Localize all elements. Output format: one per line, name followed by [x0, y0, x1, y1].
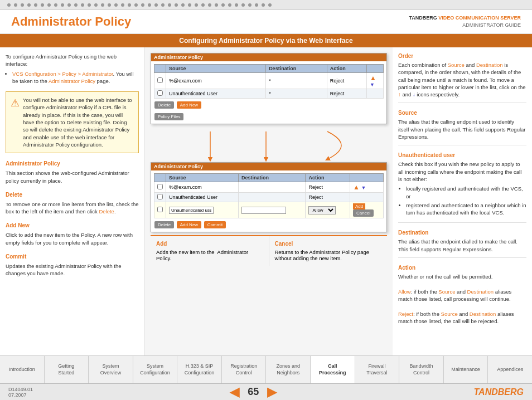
s2r3-checkbox[interactable] [157, 207, 163, 212]
nav-maintenance[interactable]: Maintenance [444, 356, 489, 383]
s2r2-controls [350, 193, 384, 202]
company-name: TANDBERG [409, 15, 437, 21]
action-source-link[interactable]: Source [438, 289, 455, 295]
down-arrow-icon[interactable]: ▼ [370, 82, 375, 87]
nav-h323-sip[interactable]: H.323 & SIPConfiguration [177, 356, 222, 383]
nav-appendices[interactable]: Appendices [488, 356, 532, 383]
nav-system-overview[interactable]: SystemOverview [89, 356, 133, 383]
reject-link[interactable]: Reject [398, 311, 413, 317]
commit-title: Commit [6, 253, 139, 261]
cancel-row-button[interactable]: Cancel [353, 209, 374, 217]
row2-checkbox[interactable] [157, 90, 163, 96]
admin-policy-title: Administrator Policy [6, 160, 139, 168]
rp-action-title: Action [398, 265, 526, 271]
screen1-titlebar: Administrator Policy [151, 53, 386, 61]
commit-text: Updates the existing Administrator Polic… [6, 262, 139, 277]
admin-policy-text: This section shows the web-configured Ad… [6, 169, 139, 184]
intro-text: To configure Administrator Policy using … [6, 53, 139, 85]
policy-files-button[interactable]: Policy Files [154, 113, 183, 120]
row1-action: Reject [327, 73, 366, 89]
s2-delete-button[interactable]: Delete [154, 221, 174, 228]
page-number: 65 [248, 386, 259, 398]
rp-source: Source The alias that the calling endpoi… [398, 110, 526, 145]
warning-text: You will not be able to use the web inte… [23, 96, 134, 148]
dots-bar [0, 0, 532, 10]
screen2-content: Source Destination Action %@exam.com [151, 170, 386, 232]
delete-link[interactable]: Delete [99, 208, 114, 214]
order-dest-link[interactable]: Destination [476, 62, 503, 68]
s2-col-action: Action [306, 174, 350, 182]
row1-destination: * [266, 73, 327, 89]
nav-getting-started[interactable]: GettingStarted [45, 356, 89, 383]
action-dest-link[interactable]: Destination [467, 289, 494, 295]
nav-call-processing[interactable]: CallProcessing [311, 356, 355, 383]
up-arrow-icon[interactable]: ▲ [370, 74, 376, 82]
delete-button[interactable]: Delete [154, 101, 174, 109]
s2r1-source: %@exam.com [166, 182, 239, 193]
s2r3-action-select[interactable]: Allow Reject [308, 206, 336, 214]
s2r3-action: Allow Reject [306, 202, 350, 218]
table-row: Unauthenticated User * Reject [154, 89, 384, 99]
action-source2-link[interactable]: Source [441, 311, 458, 317]
rp-unauth-text: Check this box if you wish the new polic… [398, 160, 526, 216]
nav-firewall[interactable]: FirewallTraversal [355, 356, 400, 383]
product-name: VIDEO COMMUNICATION SERVER [438, 15, 521, 21]
s2r1-checkbox[interactable] [157, 184, 163, 189]
connector-svg [154, 129, 383, 162]
allow-link[interactable]: Allow [398, 289, 411, 295]
add-new-title: Add New [6, 222, 139, 230]
prev-arrow[interactable]: ◀ [230, 385, 239, 399]
s2-col-controls [350, 174, 384, 182]
callout-add-title: Add [156, 241, 263, 247]
s2r1-controls: ▲ ▼ [350, 182, 384, 193]
delete-text: To remove one or more line items from th… [6, 201, 139, 216]
center-panel: Administrator Policy Source Destination … [145, 47, 393, 355]
col-action: Action [327, 65, 366, 73]
table-row: %@exam.com Reject ▲ ▼ [154, 182, 384, 193]
s2-commit-button[interactable]: Commit [204, 221, 226, 228]
order-source-link[interactable]: Source [448, 62, 465, 68]
header-right: TANDBERG VIDEO COMMUNICATION SERVER ADMI… [409, 14, 521, 28]
s2-col-source: Source [166, 174, 239, 182]
callout-add-text: Adds the new item to the Administrator P… [156, 249, 263, 261]
admin-policy-link[interactable]: Administrator Policy [49, 78, 95, 84]
next-arrow[interactable]: ▶ [267, 385, 277, 399]
col-check [154, 65, 166, 73]
table-row: %@exam.com * Reject ▲ ▼ [154, 73, 384, 89]
rp-unauth: Unauthenticated user Check this box if y… [398, 152, 526, 223]
s2r2-check [154, 193, 166, 202]
policy-files-area: Policy Files [154, 113, 384, 121]
action-dest2-link[interactable]: Destination [470, 311, 496, 317]
warning-icon: ⚠ [11, 96, 20, 148]
s2-up-icon[interactable]: ▲ [353, 183, 360, 191]
logo-text-black: BERG [498, 387, 524, 397]
row2-controls [367, 89, 384, 99]
company-product: TANDBERG VIDEO COMMUNICATION SERVER [409, 14, 521, 22]
s2-add-new-button[interactable]: Add New [177, 221, 201, 228]
s2r2-dest [238, 193, 306, 202]
add-row-button[interactable]: Add [353, 203, 365, 209]
vcs-config-link[interactable]: VCS Configuration > Policy > Administrat… [12, 71, 113, 77]
screen2-titlebar: Administrator Policy [151, 163, 386, 170]
s2-col-destination: Destination [238, 174, 306, 182]
nav-introduction[interactable]: Introduction [0, 356, 45, 383]
tandberg-logo: TANDBERG [474, 387, 524, 397]
s2r3-check [154, 202, 166, 218]
callout-cancel: Cancel Returns to the Administrator Poli… [269, 236, 388, 266]
logo-text-orange: TAND [474, 387, 498, 397]
row2-action: Reject [327, 89, 366, 99]
nav-bandwidth[interactable]: BandwidthControl [399, 356, 444, 383]
intro-section: To configure Administrator Policy using … [6, 53, 139, 85]
rp-source-title: Source [398, 110, 526, 116]
s2r3-source-input[interactable] [169, 207, 214, 214]
nav-zones-neighbors[interactable]: Zones andNeighbors [266, 356, 311, 383]
row1-checkbox[interactable] [157, 77, 163, 83]
s2r3-dest-input[interactable] [241, 207, 286, 214]
s2r2-checkbox[interactable] [157, 194, 163, 199]
s2-down-icon[interactable]: ▼ [361, 185, 366, 191]
rp-destination: Destination The alias that the endpoint … [398, 230, 526, 258]
nav-system-config[interactable]: SystemConfiguration [133, 356, 178, 383]
nav-registration[interactable]: RegistrationControl [222, 356, 267, 383]
table-row: Unauthenticated User Reject [154, 193, 384, 202]
add-new-button[interactable]: Add New [177, 101, 201, 109]
